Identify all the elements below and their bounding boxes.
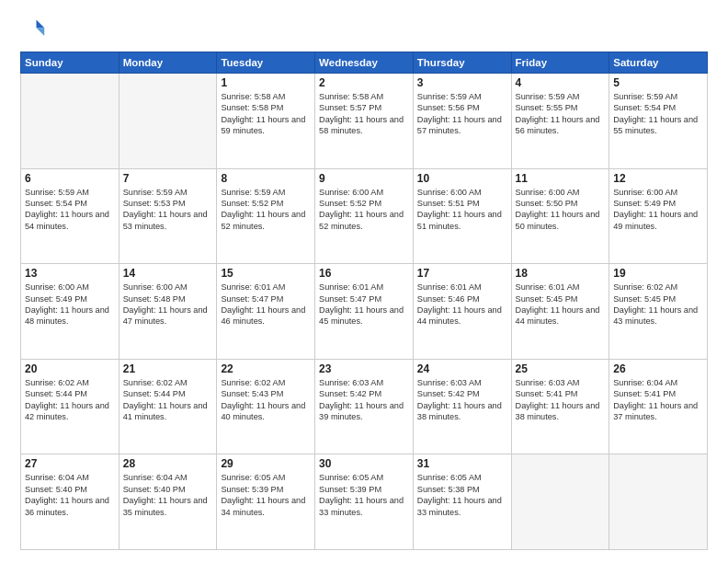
day-info: Sunrise: 6:04 AMSunset: 5:41 PMDaylight:… (613, 377, 703, 423)
calendar-cell (21, 74, 119, 169)
calendar-header-sunday: Sunday (21, 52, 119, 74)
day-info: Sunrise: 6:00 AMSunset: 5:51 PMDaylight:… (417, 187, 507, 233)
calendar-cell: 11Sunrise: 6:00 AMSunset: 5:50 PMDayligh… (511, 168, 609, 264)
day-number: 19 (613, 267, 703, 280)
day-number: 23 (319, 362, 409, 375)
day-info: Sunrise: 6:05 AMSunset: 5:38 PMDaylight:… (417, 472, 507, 518)
calendar-header-thursday: Thursday (413, 52, 511, 74)
calendar-cell: 1Sunrise: 5:58 AMSunset: 5:58 PMDaylight… (217, 74, 315, 169)
day-number: 4 (516, 76, 606, 89)
calendar-cell: 21Sunrise: 6:02 AMSunset: 5:44 PMDayligh… (119, 359, 217, 454)
day-info: Sunrise: 6:04 AMSunset: 5:40 PMDaylight:… (123, 472, 213, 518)
day-number: 15 (221, 267, 311, 280)
day-info: Sunrise: 6:05 AMSunset: 5:39 PMDaylight:… (221, 472, 311, 518)
day-number: 2 (319, 76, 409, 89)
calendar-cell: 27Sunrise: 6:04 AMSunset: 5:40 PMDayligh… (21, 454, 119, 550)
calendar-cell: 17Sunrise: 6:01 AMSunset: 5:46 PMDayligh… (413, 264, 511, 360)
day-number: 16 (319, 267, 409, 280)
calendar-cell: 24Sunrise: 6:03 AMSunset: 5:42 PMDayligh… (413, 359, 511, 454)
day-number: 5 (613, 76, 703, 89)
calendar-cell: 4Sunrise: 5:59 AMSunset: 5:55 PMDaylight… (511, 74, 609, 169)
calendar-cell: 2Sunrise: 5:58 AMSunset: 5:57 PMDaylight… (315, 74, 414, 169)
calendar-cell: 13Sunrise: 6:00 AMSunset: 5:49 PMDayligh… (21, 264, 119, 360)
calendar-cell: 20Sunrise: 6:02 AMSunset: 5:44 PMDayligh… (21, 359, 119, 454)
day-number: 9 (319, 172, 409, 185)
calendar-cell: 9Sunrise: 6:00 AMSunset: 5:52 PMDaylight… (315, 168, 414, 264)
day-info: Sunrise: 6:01 AMSunset: 5:45 PMDaylight:… (516, 282, 606, 327)
day-info: Sunrise: 6:03 AMSunset: 5:42 PMDaylight:… (417, 377, 507, 423)
day-number: 18 (516, 267, 606, 280)
calendar-cell: 12Sunrise: 6:00 AMSunset: 5:49 PMDayligh… (609, 168, 708, 264)
calendar-cell: 29Sunrise: 6:05 AMSunset: 5:39 PMDayligh… (217, 454, 315, 550)
day-number: 20 (25, 362, 115, 375)
calendar-cell (511, 454, 609, 550)
day-number: 27 (25, 457, 115, 470)
calendar-cell: 16Sunrise: 6:01 AMSunset: 5:47 PMDayligh… (315, 264, 414, 360)
day-info: Sunrise: 6:02 AMSunset: 5:44 PMDaylight:… (123, 377, 213, 423)
day-number: 29 (221, 457, 311, 470)
day-info: Sunrise: 5:59 AMSunset: 5:56 PMDaylight:… (417, 91, 507, 137)
day-number: 31 (417, 457, 507, 470)
calendar-cell: 19Sunrise: 6:02 AMSunset: 5:45 PMDayligh… (609, 264, 708, 360)
calendar-cell: 26Sunrise: 6:04 AMSunset: 5:41 PMDayligh… (609, 359, 708, 454)
calendar-header-row: SundayMondayTuesdayWednesdayThursdayFrid… (21, 52, 708, 74)
day-info: Sunrise: 5:59 AMSunset: 5:54 PMDaylight:… (25, 187, 115, 233)
page: SundayMondayTuesdayWednesdayThursdayFrid… (0, 0, 728, 563)
calendar-cell (119, 74, 217, 169)
day-info: Sunrise: 6:00 AMSunset: 5:50 PMDaylight:… (516, 187, 606, 233)
calendar-table: SundayMondayTuesdayWednesdayThursdayFrid… (20, 52, 708, 550)
calendar-cell: 10Sunrise: 6:00 AMSunset: 5:51 PMDayligh… (413, 168, 511, 264)
day-info: Sunrise: 6:00 AMSunset: 5:49 PMDaylight:… (25, 282, 115, 327)
calendar-header-wednesday: Wednesday (315, 52, 414, 74)
calendar-week-0: 1Sunrise: 5:58 AMSunset: 5:58 PMDaylight… (21, 74, 708, 169)
day-info: Sunrise: 6:00 AMSunset: 5:48 PMDaylight:… (123, 282, 213, 327)
day-number: 14 (123, 267, 213, 280)
day-number: 7 (123, 172, 213, 185)
day-number: 22 (221, 362, 311, 375)
day-number: 17 (417, 267, 507, 280)
day-info: Sunrise: 6:04 AMSunset: 5:40 PMDaylight:… (25, 472, 115, 518)
calendar-cell: 8Sunrise: 5:59 AMSunset: 5:52 PMDaylight… (217, 168, 315, 264)
calendar-cell: 7Sunrise: 5:59 AMSunset: 5:53 PMDaylight… (119, 168, 217, 264)
calendar-week-4: 27Sunrise: 6:04 AMSunset: 5:40 PMDayligh… (21, 454, 708, 550)
calendar-week-1: 6Sunrise: 5:59 AMSunset: 5:54 PMDaylight… (21, 168, 708, 264)
calendar-header-friday: Friday (511, 52, 609, 74)
day-number: 10 (417, 172, 507, 185)
calendar-header-tuesday: Tuesday (217, 52, 315, 74)
calendar-cell: 5Sunrise: 5:59 AMSunset: 5:54 PMDaylight… (609, 74, 708, 169)
calendar-cell: 31Sunrise: 6:05 AMSunset: 5:38 PMDayligh… (413, 454, 511, 550)
day-info: Sunrise: 6:02 AMSunset: 5:43 PMDaylight:… (221, 377, 311, 423)
calendar-cell: 6Sunrise: 5:59 AMSunset: 5:54 PMDaylight… (21, 168, 119, 264)
day-number: 12 (613, 172, 703, 185)
day-info: Sunrise: 6:00 AMSunset: 5:52 PMDaylight:… (319, 187, 409, 233)
calendar-cell: 30Sunrise: 6:05 AMSunset: 5:39 PMDayligh… (315, 454, 414, 550)
day-info: Sunrise: 6:01 AMSunset: 5:46 PMDaylight:… (417, 282, 507, 327)
day-info: Sunrise: 6:03 AMSunset: 5:42 PMDaylight:… (319, 377, 409, 423)
day-number: 28 (123, 457, 213, 470)
day-info: Sunrise: 5:59 AMSunset: 5:54 PMDaylight:… (613, 91, 703, 137)
day-number: 21 (123, 362, 213, 375)
day-info: Sunrise: 6:02 AMSunset: 5:45 PMDaylight:… (613, 282, 703, 327)
day-info: Sunrise: 5:59 AMSunset: 5:55 PMDaylight:… (516, 91, 606, 137)
calendar-cell (609, 454, 708, 550)
day-number: 30 (319, 457, 409, 470)
day-info: Sunrise: 6:01 AMSunset: 5:47 PMDaylight:… (221, 282, 311, 327)
day-number: 8 (221, 172, 311, 185)
day-number: 3 (417, 76, 507, 89)
calendar-cell: 22Sunrise: 6:02 AMSunset: 5:43 PMDayligh… (217, 359, 315, 454)
svg-marker-0 (37, 20, 45, 29)
header (20, 17, 708, 42)
calendar-cell: 18Sunrise: 6:01 AMSunset: 5:45 PMDayligh… (511, 264, 609, 360)
day-info: Sunrise: 6:00 AMSunset: 5:49 PMDaylight:… (613, 187, 703, 233)
calendar-cell: 25Sunrise: 6:03 AMSunset: 5:41 PMDayligh… (511, 359, 609, 454)
day-number: 13 (25, 267, 115, 280)
day-number: 25 (516, 362, 606, 375)
day-info: Sunrise: 5:59 AMSunset: 5:52 PMDaylight:… (221, 187, 311, 233)
logo-icon (20, 17, 46, 42)
calendar-week-3: 20Sunrise: 6:02 AMSunset: 5:44 PMDayligh… (21, 359, 708, 454)
day-info: Sunrise: 6:05 AMSunset: 5:39 PMDaylight:… (319, 472, 409, 518)
day-info: Sunrise: 6:03 AMSunset: 5:41 PMDaylight:… (516, 377, 606, 423)
day-number: 24 (417, 362, 507, 375)
calendar-week-2: 13Sunrise: 6:00 AMSunset: 5:49 PMDayligh… (21, 264, 708, 360)
svg-marker-1 (37, 28, 45, 36)
